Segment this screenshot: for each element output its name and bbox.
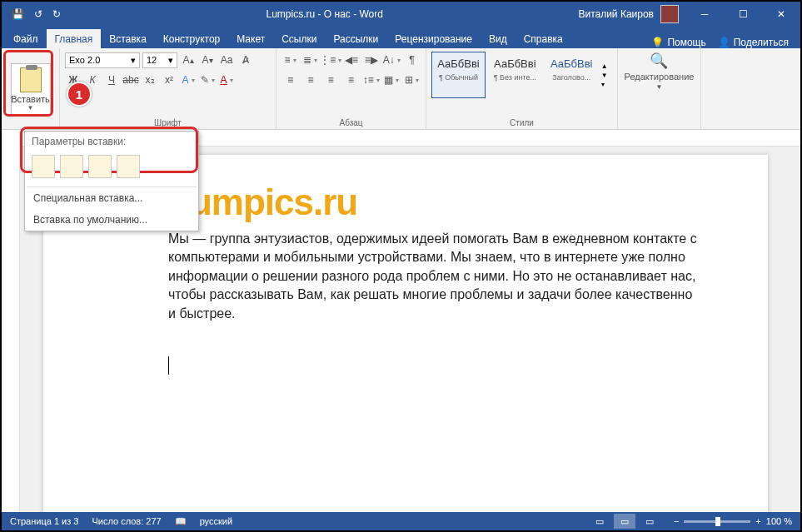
line-spacing-icon[interactable]: ↕≡ <box>362 72 380 88</box>
paste-special-item[interactable]: Специальная вставка... <box>25 187 198 209</box>
tab-mailings[interactable]: Рассылки <box>325 29 386 48</box>
paste-options-header: Параметры вставки: <box>25 132 198 152</box>
shading-icon[interactable]: ▦ <box>382 72 400 88</box>
proofing-icon[interactable]: 📖 <box>175 516 187 527</box>
underline-icon[interactable]: Ч <box>103 72 120 88</box>
clipboard-group: Вставить ▼ <box>2 48 60 129</box>
styles-down-icon[interactable]: ▼ <box>601 72 612 79</box>
title-bar: 💾 ↺ ↻ Lumpics.ru - О нас - Word Виталий … <box>2 2 800 27</box>
ribbon-tabs: Файл Главная Вставка Конструктор Макет С… <box>2 27 800 48</box>
tab-home[interactable]: Главная <box>47 29 102 48</box>
paste-options-menu: Параметры вставки: Специальная вставка..… <box>24 131 199 231</box>
styles-more-icon[interactable]: ▾ <box>601 81 612 88</box>
paste-default-item[interactable]: Вставка по умолчанию... <box>25 209 198 231</box>
strike-icon[interactable]: abc <box>122 72 139 88</box>
share-button[interactable]: 👤 Поделиться <box>718 37 789 48</box>
styles-group: АаБбВві ¶ Обычный АаБбВві ¶ Без инте... … <box>426 48 618 129</box>
status-page[interactable]: Страница 1 из 3 <box>10 516 78 526</box>
tab-view[interactable]: Вид <box>481 29 516 48</box>
status-bar: Страница 1 из 3 Число слов: 277 📖 русски… <box>2 512 800 530</box>
search-icon: 🔍 <box>650 52 668 70</box>
print-layout-icon[interactable]: ▭ <box>614 514 635 529</box>
paste-merge-icon[interactable] <box>60 155 83 178</box>
font-group: Exo 2.0▾ 12▾ A▴ A▾ Aa A̷ Ж К Ч abc x₂ x²… <box>60 48 276 129</box>
paste-button[interactable]: Вставить ▼ <box>11 63 51 116</box>
tab-insert[interactable]: Вставка <box>101 29 155 48</box>
redo-icon[interactable]: ↻ <box>52 8 61 20</box>
multilevel-icon[interactable]: ⋮≡ <box>321 52 340 68</box>
zoom-out-icon[interactable]: − <box>674 516 679 526</box>
change-case-icon[interactable]: Aa <box>218 52 235 68</box>
status-words[interactable]: Число слов: 277 <box>92 516 161 526</box>
justify-icon[interactable]: ≡ <box>342 72 360 88</box>
grow-font-icon[interactable]: A▴ <box>180 52 197 68</box>
font-color-icon[interactable]: A <box>218 72 235 88</box>
borders-icon[interactable]: ⊞ <box>403 72 421 88</box>
ribbon: Вставить ▼ Exo 2.0▾ 12▾ A▴ A▾ Aa A̷ Ж К … <box>2 48 800 130</box>
text-cursor <box>168 356 169 375</box>
clear-format-icon[interactable]: A̷ <box>237 52 254 68</box>
style-normal[interactable]: АаБбВві ¶ Обычный <box>431 52 486 98</box>
bullets-icon[interactable]: ≡ <box>281 52 299 68</box>
paste-picture-icon[interactable] <box>88 155 112 178</box>
text-effects-icon[interactable]: A <box>180 72 197 88</box>
read-mode-icon[interactable]: ▭ <box>589 514 610 529</box>
numbering-icon[interactable]: ≣ <box>301 52 319 68</box>
styles-up-icon[interactable]: ▲ <box>601 62 612 70</box>
paste-text-only-icon[interactable] <box>117 155 140 178</box>
document-heading: Lumpics.ru <box>168 181 743 223</box>
zoom-in-icon[interactable]: + <box>755 516 760 526</box>
document-body: Мы — группа энтузиастов, одержимых идеей… <box>168 230 701 323</box>
undo-icon[interactable]: ↺ <box>34 8 42 20</box>
align-center-icon[interactable]: ≡ <box>301 72 319 88</box>
sort-icon[interactable]: A↓ <box>383 52 401 68</box>
tab-layout[interactable]: Макет <box>228 29 273 48</box>
tell-me-button[interactable]: 💡 Помощь <box>651 37 705 48</box>
tab-review[interactable]: Рецензирование <box>386 29 481 48</box>
indent-icon[interactable]: ≡▶ <box>363 52 381 68</box>
align-right-icon[interactable]: ≡ <box>322 72 340 88</box>
font-name-select[interactable]: Exo 2.0▾ <box>65 52 140 68</box>
superscript-icon[interactable]: x² <box>161 72 177 88</box>
paragraph-group: ≡ ≣ ⋮≡ ◀≡ ≡▶ A↓ ¶ ≡ ≡ ≡ ≡ ↕≡ ▦ ⊞ Абзац <box>276 48 426 129</box>
vertical-ruler[interactable] <box>2 132 20 512</box>
save-icon[interactable]: 💾 <box>12 8 24 20</box>
pilcrow-icon[interactable]: ¶ <box>403 52 421 68</box>
style-heading1[interactable]: АаБбВві Заголово... <box>545 52 599 98</box>
align-left-icon[interactable]: ≡ <box>281 72 299 88</box>
status-language[interactable]: русский <box>200 516 232 526</box>
outdent-icon[interactable]: ◀≡ <box>342 52 360 68</box>
find-button[interactable]: 🔍 Редактирование ▼ <box>625 52 695 91</box>
tab-references[interactable]: Ссылки <box>273 29 325 48</box>
annotation-badge-1: 1 <box>67 82 92 107</box>
window-title: Lumpics.ru - О нас - Word <box>71 8 578 20</box>
minimize-button[interactable]: ─ <box>685 2 724 27</box>
zoom-slider[interactable] <box>684 520 750 523</box>
font-size-select[interactable]: 12▾ <box>142 52 177 68</box>
tab-help[interactable]: Справка <box>516 29 571 48</box>
user-name[interactable]: Виталий Каиров <box>578 8 654 20</box>
maximize-button[interactable]: ☐ <box>724 2 762 27</box>
shrink-font-icon[interactable]: A▾ <box>199 52 216 68</box>
style-no-spacing[interactable]: АаБбВві ¶ Без инте... <box>488 52 542 98</box>
web-layout-icon[interactable]: ▭ <box>639 514 660 529</box>
subscript-icon[interactable]: x₂ <box>142 72 158 88</box>
close-button[interactable]: ✕ <box>762 2 800 27</box>
avatar[interactable] <box>660 5 679 23</box>
tab-design[interactable]: Конструктор <box>155 29 228 48</box>
tab-file[interactable]: Файл <box>5 29 47 48</box>
chevron-down-icon: ▼ <box>27 104 34 112</box>
highlight-icon[interactable]: ✎ <box>199 72 216 88</box>
editing-group: 🔍 Редактирование ▼ <box>618 48 701 129</box>
zoom-level[interactable]: 100 % <box>766 516 792 526</box>
paste-keep-source-icon[interactable] <box>32 155 55 178</box>
clipboard-icon <box>20 67 42 92</box>
